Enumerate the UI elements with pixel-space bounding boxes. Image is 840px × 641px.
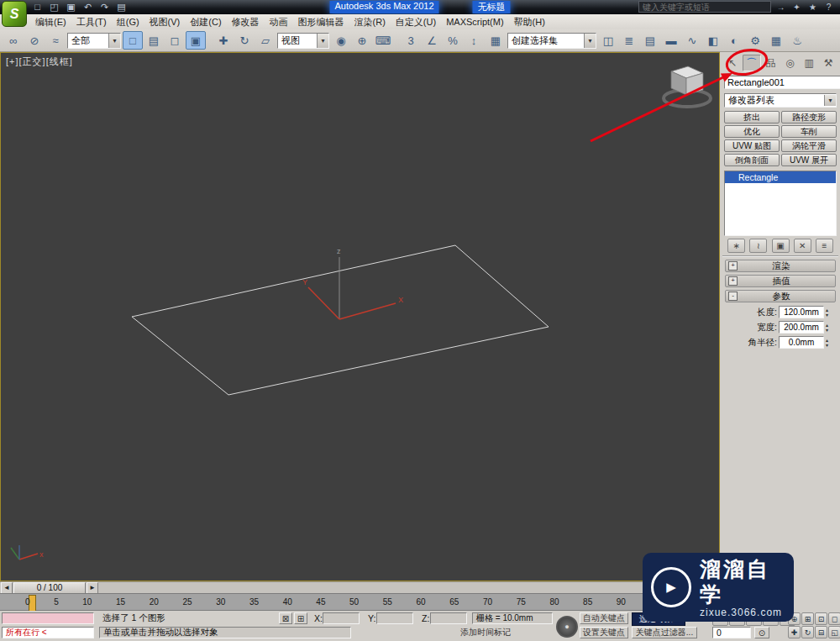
menu-item[interactable]: 视图(V) xyxy=(144,16,186,29)
tab-hierarchy[interactable]: 品 xyxy=(762,55,780,71)
parameter-input[interactable]: 0.0mm xyxy=(779,336,824,349)
orbit-icon[interactable]: ↻ xyxy=(801,626,814,638)
menu-item[interactable]: 创建(C) xyxy=(185,16,226,29)
render-production-icon[interactable]: ♨ xyxy=(787,31,807,50)
expand-icon[interactable]: + xyxy=(728,276,738,286)
make-unique-icon[interactable]: ▣ xyxy=(772,239,790,253)
maximize-viewport-icon[interactable]: ◱ xyxy=(828,626,840,638)
viewcube[interactable] xyxy=(664,66,711,107)
x-coordinate-field[interactable] xyxy=(323,612,360,624)
tab-utilities[interactable]: ⚒ xyxy=(819,55,837,71)
configure-modifier-sets-icon[interactable]: ≡ xyxy=(816,239,833,253)
select-and-move-icon[interactable]: ✚ xyxy=(213,31,234,50)
menu-item[interactable]: 工具(T) xyxy=(71,16,112,29)
key-filters-button[interactable]: 关键点过滤器... xyxy=(632,627,697,638)
rectangle-wireframe[interactable] xyxy=(132,245,549,395)
set-key-toggle-button[interactable]: ● xyxy=(556,616,578,638)
select-by-name-icon[interactable]: ▤ xyxy=(144,31,164,50)
spinner-arrows[interactable]: ▴▾ xyxy=(826,338,833,348)
viewport-orthographic[interactable]: z Y X x [+][正交][线框] xyxy=(0,52,720,581)
select-and-rotate-icon[interactable]: ↻ xyxy=(234,31,255,50)
y-coordinate-field[interactable] xyxy=(376,612,413,624)
communication-center-icon[interactable]: ✦ xyxy=(790,2,803,13)
spinner-arrows[interactable]: ▴▾ xyxy=(826,307,833,318)
selection-filter-dropdown[interactable]: 全部 ▾ xyxy=(67,33,121,49)
mirror-icon[interactable]: ◫ xyxy=(598,31,618,50)
rollout-parameters[interactable]: - 参数 xyxy=(725,290,836,302)
curve-editor-icon[interactable]: ∿ xyxy=(682,31,702,50)
expand-icon[interactable]: + xyxy=(728,261,738,271)
reference-coordinate-dropdown[interactable]: 视图 ▾ xyxy=(277,33,329,49)
stack-item-rectangle[interactable]: Rectangle xyxy=(725,171,836,183)
modifier-button[interactable]: 路径变形 xyxy=(781,111,837,123)
show-end-result-icon[interactable]: ≀ xyxy=(749,239,767,253)
project-folder-icon[interactable]: ▤ xyxy=(114,1,129,13)
application-menu-button[interactable]: S xyxy=(2,1,27,27)
help-icon[interactable]: ? xyxy=(822,2,835,13)
menu-item[interactable]: 图形编辑器 xyxy=(293,16,349,29)
viewport-label[interactable]: [+][正交][线框] xyxy=(6,55,73,68)
search-input[interactable] xyxy=(638,1,771,13)
remove-modifier-icon[interactable]: ✕ xyxy=(794,239,811,253)
align-icon[interactable]: ≣ xyxy=(619,31,639,50)
timeline-ruler[interactable]: 0510152025303540455055606570758085909510… xyxy=(0,593,721,611)
menu-item[interactable]: 动画 xyxy=(265,16,293,29)
current-frame-field[interactable]: 0 xyxy=(712,627,751,638)
zoom-extents-icon[interactable]: ⊡ xyxy=(815,612,827,625)
use-pivot-center-icon[interactable]: ◉ xyxy=(331,31,351,50)
z-coordinate-field[interactable] xyxy=(430,612,467,624)
rendered-frame-icon[interactable]: ▦ xyxy=(766,31,786,50)
select-and-link-icon[interactable]: ∞ xyxy=(3,31,24,50)
named-selection-set-dropdown[interactable]: 创建选择集 ▾ xyxy=(507,33,596,49)
collapse-icon[interactable]: - xyxy=(728,292,738,301)
menu-item[interactable]: MAXScript(M) xyxy=(441,17,508,27)
zoom-region-icon[interactable]: ◻ xyxy=(828,612,840,625)
layer-manager-icon[interactable]: ▤ xyxy=(640,31,660,50)
select-and-manipulate-icon[interactable]: ⊕ xyxy=(352,31,372,50)
spinner-arrows[interactable]: ▴▾ xyxy=(826,323,833,333)
menu-item[interactable]: 帮助(H) xyxy=(509,16,550,29)
slider-right-arrow[interactable]: ► xyxy=(87,582,98,594)
redo-icon[interactable]: ↷ xyxy=(97,1,112,13)
absolute-mode-toggle[interactable]: ⊞ xyxy=(294,612,307,624)
edit-named-selection-sets-icon[interactable]: ▦ xyxy=(486,31,506,50)
modifier-button[interactable]: 优化 xyxy=(724,125,780,138)
modifier-button[interactable]: 车削 xyxy=(781,125,837,138)
select-and-scale-icon[interactable]: ▱ xyxy=(255,31,276,50)
add-time-tag[interactable]: 添加时间标记 xyxy=(457,627,536,638)
tab-modify[interactable]: ⌒ xyxy=(743,55,761,71)
modifier-button[interactable]: UVW 展开 xyxy=(781,154,837,166)
slider-left-arrow[interactable]: ◄ xyxy=(1,582,13,594)
angle-snap-icon[interactable]: ∠ xyxy=(422,31,442,50)
window-crossing-icon[interactable]: ▣ xyxy=(186,31,206,50)
tab-motion[interactable]: ◎ xyxy=(780,55,799,71)
material-editor-icon[interactable]: ◐ xyxy=(724,31,744,50)
object-name-input[interactable] xyxy=(724,76,840,89)
modifier-button[interactable]: UVW 贴图 xyxy=(724,139,780,152)
pin-stack-icon[interactable]: ∗ xyxy=(727,239,745,253)
modifier-button[interactable]: 涡轮平滑 xyxy=(781,139,837,152)
zoom-all-icon[interactable]: ⊞ xyxy=(801,612,814,625)
maxscript-mini-listener[interactable]: 所有在行 < xyxy=(2,627,94,638)
search-go-icon[interactable]: → xyxy=(774,2,787,13)
favorites-icon[interactable]: ★ xyxy=(806,2,819,13)
snaps-toggle-icon[interactable]: 3 xyxy=(401,31,421,50)
spinner-snap-icon[interactable]: ↕ xyxy=(464,31,484,50)
maxscript-macro-recorder[interactable] xyxy=(2,612,94,624)
modifier-list-dropdown[interactable]: 修改器列表 ▾ xyxy=(724,93,837,108)
modifier-button[interactable]: 倒角剖面 xyxy=(724,154,780,166)
auto-key-button[interactable]: 自动关键点 xyxy=(580,612,628,624)
rollout-interpolation[interactable]: + 插值 xyxy=(725,275,836,287)
field-of-view-icon[interactable]: ⊟ xyxy=(815,626,827,638)
set-key-button[interactable]: 设置关键点 xyxy=(580,627,628,638)
pan-icon[interactable]: ✚ xyxy=(788,626,801,638)
schematic-view-icon[interactable]: ◧ xyxy=(703,31,723,50)
save-file-icon[interactable]: ▣ xyxy=(64,1,78,13)
time-slider-handle[interactable]: 0 / 100 xyxy=(13,582,86,594)
menu-item[interactable]: 编辑(E) xyxy=(30,16,71,29)
tab-create[interactable]: ↖ xyxy=(723,55,742,71)
menu-item[interactable]: 修改器 xyxy=(227,16,265,29)
select-object-icon[interactable]: □ xyxy=(123,31,143,50)
menu-item[interactable]: 组(G) xyxy=(112,16,144,29)
rollout-rendering[interactable]: + 渲染 xyxy=(725,260,836,272)
